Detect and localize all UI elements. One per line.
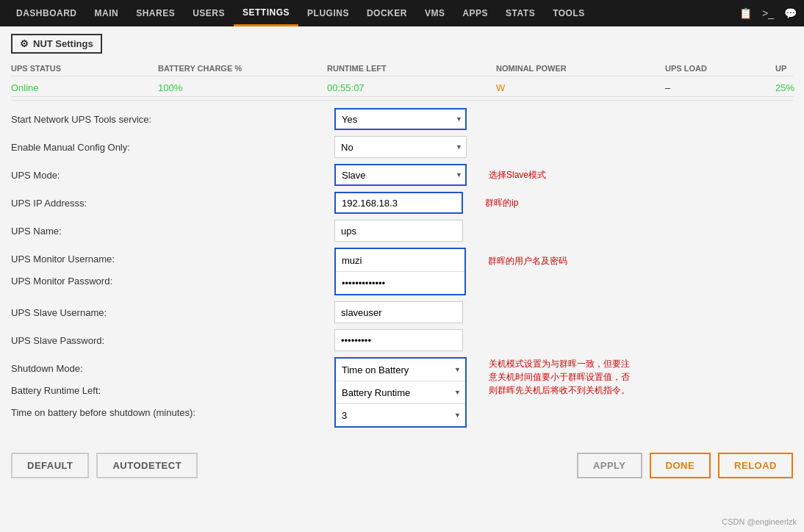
shutdown-selects-box: Time on Battery Battery Runtime Low Batt… [334,357,467,428]
battery-charge-value: 100% [158,79,327,96]
col-nominal-header: NOMINAL POWER [496,61,665,76]
ups-load-value: – [665,79,775,96]
col-ups-status-header: UPS STATUS [11,61,158,76]
label-ups-name: UPS Name: [11,226,334,237]
reload-button[interactable]: RELOAD [718,453,793,478]
nav-dashboard[interactable]: DASHBOARD [7,0,86,26]
runtime-left-value: 00:55:07 [327,79,496,96]
battery-runtime-select[interactable]: Battery Runtime Low Battery [336,381,465,403]
label-ups-mode: UPS Mode: [11,170,334,181]
row-monitor-credentials: UPS Monitor Username: UPS Monitor Passwo… [11,245,793,298]
ctrl-slave-username [334,301,463,323]
label-monitor-password: UPS Monitor Password: [11,276,334,287]
monitor-username-row [336,249,464,272]
monitor-password-input[interactable] [336,272,464,294]
main-content: ⚙ NUT Settings UPS STATUS BATTERY CHARGE… [0,26,804,532]
ctrl-manual-config: No Yes [334,136,467,158]
manual-config-select[interactable]: No Yes [334,136,467,158]
clipboard-icon[interactable]: 📋 [739,7,752,19]
row-slave-password: UPS Slave Password: [11,326,793,354]
ctrl-start-service: Yes No [334,108,467,130]
row-battery-runtime-label: Battery Runtime Left: [11,379,334,401]
row-start-service: Start Network UPS Tools service: Yes No [11,105,793,133]
ctrl-ups-mode: Slave Master [334,164,467,186]
monitor-password-row [336,272,464,294]
label-monitor-username: UPS Monitor Username: [11,254,334,265]
status-divider [11,100,793,101]
bottom-bar: DEFAULT AUTODETECT APPLY DONE RELOAD [11,445,793,486]
monitor-credentials-labels: UPS Monitor Username: UPS Monitor Passwo… [11,248,334,292]
row-ups-ip: UPS IP Addresss: 群晖的ip [11,189,793,217]
status-values: Online 100% 00:55:07 W – 25% [11,79,793,97]
col-battery-header: BATTERY CHARGE % [158,61,327,76]
monitor-username-input[interactable] [336,249,464,271]
start-service-select[interactable]: Yes No [334,108,467,130]
done-button[interactable]: DONE [650,453,711,478]
nav-stats[interactable]: STATS [497,0,544,26]
monitor-credentials-box [334,248,466,295]
label-time-battery: Time on battery before shutdown (minutes… [11,407,334,418]
ups-up-value: 25% [775,79,804,96]
label-slave-password: UPS Slave Password: [11,335,334,346]
nav-apps[interactable]: APPS [453,0,497,26]
label-start-service: Start Network UPS Tools service: [11,114,334,125]
col-load-header: UPS LOAD [665,61,775,76]
shutdown-mode-select[interactable]: Time on Battery Battery Runtime Low Batt… [336,359,465,381]
nav-tools[interactable]: TOOLS [544,0,594,26]
section-header: ⚙ NUT Settings [11,34,102,54]
row-slave-username: UPS Slave Username: [11,298,793,326]
annotation-ups-mode: 选择Slave模式 [489,169,546,181]
shutdown-labels: Shutdown Mode: Battery Runtime Left: Tim… [11,357,334,423]
nav-users[interactable]: USERS [184,0,234,26]
terminal-icon[interactable]: >_ [762,7,774,19]
top-navigation: DASHBOARD MAIN SHARES USERS SETTINGS PLU… [0,0,804,26]
annotation-monitor-creds: 群晖的用户名及密码 [488,255,567,267]
form-section: Start Network UPS Tools service: Yes No … [11,105,793,431]
nominal-power-value: W [496,79,665,96]
label-ups-ip: UPS IP Addresss: [11,198,334,209]
time-value-select[interactable]: 3 5 10 15 [336,404,465,426]
row-ups-mode: UPS Mode: Slave Master 选择Slave模式 [11,161,793,189]
ups-mode-select[interactable]: Slave Master [334,164,467,186]
status-bar: UPS STATUS BATTERY CHARGE % RUNTIME LEFT… [11,61,793,76]
label-manual-config: Enable Manual Config Only: [11,142,334,153]
battery-runtime-row: Battery Runtime Low Battery ▼ [336,381,465,404]
section-title: NUT Settings [33,38,93,49]
default-button[interactable]: DEFAULT [11,453,89,478]
label-slave-username: UPS Slave Username: [11,307,334,318]
autodetect-button[interactable]: AUTODETECT [96,453,198,478]
annotation-shutdown: 关机模式设置为与群晖一致，但要注意关机时间值要小于群晖设置值，否则群晖先关机后将… [489,357,636,397]
nav-settings[interactable]: SETTINGS [234,0,298,26]
apply-button[interactable]: APPLY [577,453,642,478]
ups-mode-select-wrap: Slave Master [334,164,467,186]
nav-main[interactable]: MAIN [86,0,128,26]
row-manual-config: Enable Manual Config Only: No Yes [11,133,793,161]
nav-icons: 📋 >_ 💬 [739,7,797,19]
row-time-battery-label: Time on battery before shutdown (minutes… [11,401,334,423]
nav-shares[interactable]: SHARES [127,0,184,26]
row-shutdown-mode-label: Shutdown Mode: [11,357,334,379]
ups-ip-input[interactable] [334,192,463,214]
ctrl-ups-name [334,220,463,242]
annotation-ups-ip: 群晖的ip [485,197,518,209]
nav-vms[interactable]: VMS [416,0,454,26]
col-up-header: UP [775,61,804,76]
slave-username-input[interactable] [334,301,463,323]
row-monitor-password: UPS Monitor Password: [11,270,334,292]
chat-icon[interactable]: 💬 [784,7,797,19]
watermark: CSDN @engineerlzk [722,517,797,526]
shutdown-mode-row: Time on Battery Battery Runtime Low Batt… [336,359,465,381]
gear-icon: ⚙ [20,38,29,49]
col-runtime-header: RUNTIME LEFT [327,61,496,76]
row-monitor-username: UPS Monitor Username: [11,248,334,270]
nav-plugins[interactable]: PLUGINS [298,0,358,26]
label-shutdown-mode: Shutdown Mode: [11,363,334,374]
nav-docker[interactable]: DOCKER [358,0,416,26]
ups-status-value: Online [11,79,158,96]
slave-password-input[interactable] [334,329,463,351]
time-value-row: 3 5 10 15 ▼ [336,404,465,426]
manual-config-select-wrap: No Yes [334,136,467,158]
row-shutdown-group: Shutdown Mode: Battery Runtime Left: Tim… [11,354,793,431]
label-battery-runtime: Battery Runtime Left: [11,385,334,396]
ups-name-input[interactable] [334,220,463,242]
